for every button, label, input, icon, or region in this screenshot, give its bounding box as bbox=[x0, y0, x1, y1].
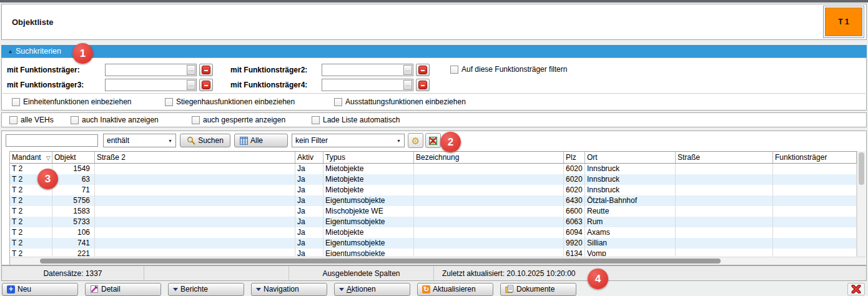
table-row[interactable]: T 21583JaMischobjekte WE6600Reutte bbox=[10, 206, 857, 217]
table-row[interactable]: T 21549JaMietobjekte6020Innsbruck bbox=[10, 164, 857, 174]
auch-inaktive-checkbox[interactable] bbox=[71, 116, 79, 124]
match-mode-select[interactable]: enthält ▼ bbox=[103, 134, 176, 147]
clear-filter-button[interactable] bbox=[425, 133, 441, 148]
stiegenhausfunktionen-checkbox[interactable] bbox=[165, 98, 173, 106]
table-row[interactable]: T 263JaMietobjekte6020Innsbruck bbox=[10, 174, 857, 185]
ausstattungsfunktionen-label: Ausstattungsfunktionen einbeziehen bbox=[345, 97, 466, 106]
alle-label: Alle bbox=[250, 136, 263, 145]
column-header-ort[interactable]: Ort bbox=[585, 152, 676, 163]
alle-vehs-checkbox[interactable] bbox=[9, 116, 17, 124]
funktionstraeger1-label: mit Funktionsträger: bbox=[7, 66, 80, 74]
lade-liste-label: Lade Liste automatisch bbox=[323, 116, 400, 124]
table-cell bbox=[773, 206, 857, 217]
table-cell: Eigentumsobjekte bbox=[323, 249, 414, 256]
funktionstraeger1-clear-button[interactable] bbox=[199, 64, 213, 76]
table-row[interactable]: T 25756JaEigentumsobjekte6430Ötztal-Bahn… bbox=[10, 195, 857, 206]
table-cell bbox=[676, 227, 773, 238]
dropdown-triangle-icon bbox=[339, 288, 344, 291]
column-header-mandant[interactable]: Mandant▽ bbox=[10, 152, 52, 163]
table-cell: 6094 bbox=[564, 227, 585, 238]
filter-preset-value: kein Filter bbox=[295, 136, 328, 145]
table-row[interactable]: T 2741JaEigentumsobjekte9920Sillian bbox=[10, 238, 857, 249]
table-cell bbox=[95, 195, 295, 206]
funktionstraeger1-input[interactable] bbox=[106, 65, 186, 75]
table-cell bbox=[676, 217, 773, 227]
dokumente-button[interactable]: Dokumente bbox=[500, 283, 576, 296]
column-header-stra-e[interactable]: Straße bbox=[676, 152, 773, 163]
table-row[interactable]: T 25733JaEigentumsobjekte6063Rum bbox=[10, 217, 857, 227]
funktionstraeger2-input[interactable] bbox=[323, 65, 403, 75]
navigation-button[interactable]: Navigation bbox=[251, 283, 327, 296]
sort-descending-icon: ▽ bbox=[46, 155, 51, 161]
tenant-button[interactable]: T 1 bbox=[825, 7, 862, 36]
table-cell bbox=[414, 206, 564, 217]
table-cell: Ja bbox=[295, 217, 323, 227]
aktionen-label: Aktionen bbox=[347, 285, 376, 294]
search-criteria-collapse-bar[interactable]: ▴ Suchkriterien bbox=[1, 45, 867, 57]
search-criteria-panel: mit Funktionsträger: … mit Funktionsträg… bbox=[1, 57, 867, 111]
table-row[interactable]: T 2106JaMietobjekte6094Axams bbox=[10, 227, 857, 238]
funktionstraeger2-clear-button[interactable] bbox=[416, 64, 430, 76]
search-input[interactable] bbox=[6, 134, 98, 147]
einheitenfunktionen-checkbox[interactable] bbox=[12, 98, 20, 106]
berichte-button[interactable]: Berichte bbox=[168, 283, 244, 296]
horizontal-scrollbar-thumb[interactable] bbox=[40, 259, 721, 264]
table-cell bbox=[414, 185, 564, 195]
einheitenfunktionen-option: Einheitenfunktionen einbeziehen bbox=[12, 97, 131, 106]
funktionstraeger3-lookup-button[interactable]: … bbox=[187, 80, 195, 90]
table-row[interactable]: T 271JaMietobjekte6020Innsbruck bbox=[10, 185, 857, 195]
column-header-typus[interactable]: Typus bbox=[323, 152, 414, 163]
neu-button[interactable]: + Neu bbox=[2, 283, 78, 296]
funktionstraeger3-input[interactable] bbox=[106, 80, 186, 90]
stiegenhausfunktionen-label: Stiegenhausfunktionen einbeziehen bbox=[176, 97, 295, 106]
table-cell: Mietobjekte bbox=[323, 227, 414, 238]
auch-gesperrte-checkbox[interactable] bbox=[192, 116, 200, 124]
aktualisieren-button[interactable]: ↻ Aktualisieren bbox=[417, 283, 493, 296]
column-header-plz[interactable]: Plz bbox=[564, 152, 585, 163]
column-header-objekt[interactable]: Objekt bbox=[52, 152, 95, 163]
funktionstraeger3-clear-button[interactable] bbox=[199, 79, 213, 91]
vertical-scrollbar-thumb[interactable] bbox=[859, 152, 864, 185]
close-button[interactable] bbox=[847, 283, 865, 295]
lade-liste-checkbox[interactable] bbox=[312, 116, 320, 124]
table-cell bbox=[676, 185, 773, 195]
table-cell bbox=[95, 174, 295, 185]
table-cell: 741 bbox=[52, 238, 95, 249]
table-cell: 1583 bbox=[52, 206, 95, 217]
funktionstraeger4-input[interactable] bbox=[323, 80, 403, 90]
horizontal-scrollbar[interactable] bbox=[10, 257, 866, 265]
filter-preset-select[interactable]: kein Filter ▼ bbox=[292, 134, 405, 147]
filter-on-funktionstraeger-label: Auf diese Funktionsträger filtern bbox=[461, 65, 567, 74]
table-cell bbox=[95, 164, 295, 174]
column-header-stra-e-2[interactable]: Straße 2 bbox=[95, 152, 295, 163]
column-header-funktionstr-ger[interactable]: Funktionsträger bbox=[773, 152, 857, 163]
table-row[interactable]: T 2221JaEigentumsobjekte6134Vomp bbox=[10, 249, 857, 256]
table-cell: 6020 bbox=[564, 174, 585, 185]
funktionstraeger4-lookup-button[interactable]: … bbox=[403, 80, 412, 90]
remove-icon bbox=[202, 81, 210, 89]
table-cell: Mischobjekte WE bbox=[323, 206, 414, 217]
table-cell: Eigentumsobjekte bbox=[323, 238, 414, 249]
detail-button[interactable]: Detail bbox=[85, 283, 161, 296]
funktionstraeger4-clear-button[interactable] bbox=[416, 79, 430, 91]
funktionstraeger2-lookup-button[interactable]: … bbox=[403, 65, 412, 75]
suchen-button[interactable]: Suchen bbox=[180, 134, 230, 147]
column-header-bezeichnung[interactable]: Bezeichnung bbox=[414, 152, 564, 163]
vertical-scrollbar[interactable] bbox=[857, 151, 866, 257]
ausstattungsfunktionen-checkbox[interactable] bbox=[334, 98, 342, 106]
chevron-down-icon: ▼ bbox=[397, 139, 401, 143]
table-cell bbox=[676, 238, 773, 249]
alle-button[interactable]: Alle bbox=[234, 134, 288, 147]
annotation-badge-1: 1 bbox=[72, 43, 93, 64]
table-cell bbox=[676, 164, 773, 174]
filter-settings-button[interactable]: ⚙ bbox=[408, 133, 423, 148]
aktionen-button[interactable]: Aktionen bbox=[334, 283, 410, 296]
funktionstraeger1-lookup-button[interactable]: … bbox=[187, 65, 195, 75]
table-cell: Innsbruck bbox=[585, 174, 676, 185]
table-cell bbox=[773, 249, 857, 256]
column-header-aktiv[interactable]: Aktiv bbox=[295, 152, 323, 163]
page-title: Objektliste bbox=[12, 17, 53, 27]
table-cell bbox=[95, 217, 295, 227]
filter-on-funktionstraeger-checkbox[interactable] bbox=[450, 66, 458, 74]
table-cell: Ötztal-Bahnhof bbox=[585, 195, 676, 206]
